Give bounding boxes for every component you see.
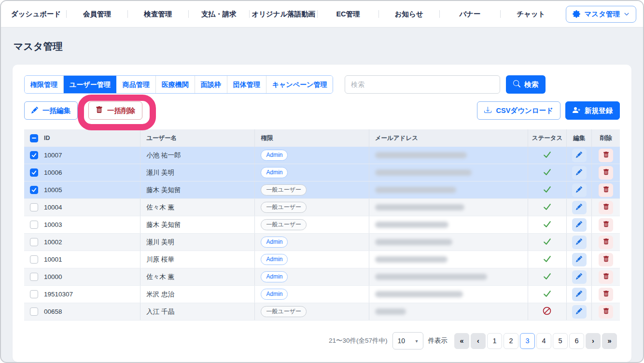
pagination-page-6[interactable]: 6 [569, 333, 584, 349]
status-active-check-icon [543, 220, 552, 230]
row-user-name: 佐々木 薫 [146, 273, 174, 281]
row-delete-button[interactable] [599, 201, 613, 214]
search-button[interactable]: 検索 [506, 75, 546, 94]
row-edit-button[interactable] [572, 149, 587, 162]
nav-items: ダッシュボード会員管理検査管理支払・請求オリジナル落語動画EC管理お知らせバナー… [6, 10, 561, 19]
row-edit-button[interactable] [572, 183, 587, 197]
row-edit-button[interactable] [572, 305, 587, 319]
redacted-email [375, 204, 464, 210]
row-edit-button[interactable] [572, 201, 587, 214]
pagination-page-3[interactable]: 3 [520, 333, 535, 349]
pagination-prev-button[interactable]: ‹ [471, 333, 486, 349]
header-delete: 削除 [600, 134, 612, 142]
status-active-check-icon [543, 185, 552, 195]
row-checkbox[interactable] [30, 168, 38, 177]
redacted-email [375, 187, 456, 193]
row-delete-button[interactable] [599, 253, 613, 266]
tab-users[interactable]: ユーザー管理 [63, 76, 116, 93]
nav-item-dashboard[interactable]: ダッシュボード [6, 10, 66, 19]
tab-groups[interactable]: 団体管理 [227, 76, 266, 93]
new-register-button[interactable]: 新規登録 [565, 101, 620, 120]
row-checkbox[interactable] [30, 151, 38, 159]
row-delete-button[interactable] [599, 183, 613, 197]
row-checkbox[interactable] [30, 255, 38, 264]
row-delete-button[interactable] [599, 236, 613, 249]
table-row: 10000佐々木 薫Admin [24, 268, 620, 286]
redacted-email [375, 256, 448, 263]
bulk-edit-button[interactable]: 一括編集 [24, 101, 78, 120]
pencil-icon [576, 238, 582, 246]
select-all-checkbox[interactable] [30, 134, 38, 142]
pagination-page-4[interactable]: 4 [536, 333, 551, 349]
row-checkbox[interactable] [30, 203, 38, 211]
person-plus-icon [573, 106, 580, 115]
row-delete-button[interactable] [599, 166, 613, 180]
tab-campaigns[interactable]: キャンペーン管理 [266, 76, 333, 93]
status-active-check-icon [543, 289, 552, 300]
trash-icon [96, 106, 103, 115]
row-delete-button[interactable] [599, 305, 613, 319]
tab-medical-institutions[interactable]: 医療機関 [155, 76, 195, 93]
tab-interview-slots[interactable]: 面談枠 [195, 76, 227, 93]
row-edit-button[interactable] [572, 270, 587, 284]
row-delete-button[interactable] [599, 149, 613, 162]
row-checkbox[interactable] [30, 307, 38, 316]
table-row: 10006瀬川 美明Admin [24, 164, 620, 182]
nav-item-inspections[interactable]: 検査管理 [128, 10, 188, 19]
nav-item-members[interactable]: 会員管理 [67, 10, 127, 19]
row-user-name: 小池 祐一郎 [146, 151, 181, 160]
page-size-select[interactable]: 10 ▾ [392, 332, 423, 349]
nav-item-banner[interactable]: バナー [440, 10, 500, 19]
header-email: メールアドレス [375, 134, 418, 142]
pagination-bar: 21〜30件(全57件中) 10 ▾ 件表示 «‹123456›» [24, 332, 620, 349]
pagination-first-button[interactable]: « [454, 333, 469, 349]
row-checkbox[interactable] [30, 186, 38, 194]
table-row: 10003藤木 美知留一般ユーザー [24, 216, 620, 234]
nav-item-chat[interactable]: チャット [501, 10, 561, 19]
row-checkbox[interactable] [30, 273, 38, 281]
table-row: 10001川原 桜華Admin [24, 251, 620, 268]
nav-master-management-button[interactable]: マスタ管理 [566, 6, 636, 23]
nav-item-billing[interactable]: 支払・請求 [189, 10, 249, 19]
tab-group: 権限管理ユーザー管理商品管理医療機関面談枠団体管理キャンペーン管理 [24, 75, 333, 94]
row-edit-button[interactable] [572, 166, 587, 180]
row-edit-button[interactable] [572, 253, 587, 266]
redacted-email [375, 152, 467, 158]
row-delete-button[interactable] [599, 270, 613, 284]
csv-download-button[interactable]: CSVダウンロード [477, 101, 560, 120]
row-delete-button[interactable] [599, 288, 613, 301]
row-edit-button[interactable] [572, 218, 587, 232]
pencil-icon [576, 273, 582, 281]
role-badge: Admin [261, 289, 288, 300]
pagination-page-5[interactable]: 5 [553, 333, 568, 349]
nav-item-news[interactable]: お知らせ [379, 10, 439, 19]
row-edit-button[interactable] [572, 288, 587, 301]
row-delete-button[interactable] [599, 218, 613, 232]
pagination-next-button[interactable]: › [586, 333, 601, 349]
search-input[interactable] [345, 75, 500, 94]
row-edit-button[interactable] [572, 236, 587, 249]
row-checkbox[interactable] [30, 290, 38, 298]
row-checkbox[interactable] [30, 221, 38, 229]
tab-permissions[interactable]: 権限管理 [25, 76, 63, 93]
row-checkbox[interactable] [30, 238, 38, 246]
nav-item-rakugo-videos[interactable]: オリジナル落語動画 [250, 10, 317, 19]
pagination-page-2[interactable]: 2 [504, 333, 518, 349]
row-user-name: 入江 千晶 [146, 307, 174, 316]
header-edit: 編集 [573, 134, 585, 142]
top-navigation: ダッシュボード会員管理検査管理支払・請求オリジナル落語動画EC管理お知らせバナー… [1, 1, 643, 28]
csv-download-label: CSVダウンロード [496, 106, 553, 115]
pagination-last-button[interactable]: » [602, 333, 617, 349]
pencil-icon [576, 186, 582, 194]
pagination-page-1[interactable]: 1 [487, 333, 502, 349]
nav-item-ec[interactable]: EC管理 [318, 10, 378, 19]
header-id: ID [44, 135, 50, 141]
tab-products[interactable]: 商品管理 [116, 76, 155, 93]
bulk-delete-button[interactable]: 一括削除 [88, 101, 142, 120]
row-id: 10003 [44, 221, 62, 228]
row-id: 10004 [44, 204, 62, 211]
row-user-name: 藤木 美知留 [146, 221, 181, 229]
table-row: 10004佐々木 薫一般ユーザー [24, 199, 620, 216]
trash-icon [603, 308, 609, 316]
header-status: ステータス [532, 134, 563, 142]
